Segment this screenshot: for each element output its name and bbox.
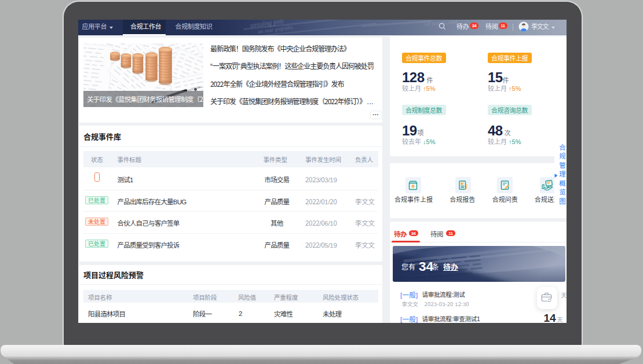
svg-text:关于印发《蓝悦集团财务报销管理制度（2...: 关于印发《蓝悦集团财务报销管理制度（2... (87, 94, 203, 103)
